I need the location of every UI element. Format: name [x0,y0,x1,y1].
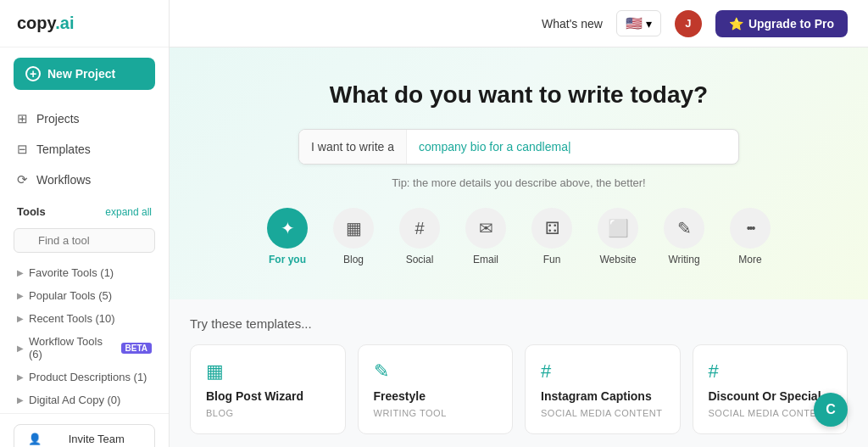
chevron-icon: ▶ [17,395,24,405]
blog-label: Blog [343,254,364,265]
fun-icon: ⚃ [531,208,572,249]
template-name-instagram: Instagram Captions [541,389,665,403]
search-input[interactable] [14,228,155,253]
templates-grid: ▦ Blog Post Wizard BLOG ✎ Freestyle WRIT… [190,344,848,434]
website-icon: ⬜ [598,208,638,249]
social-label: Social [406,254,434,265]
category-website[interactable]: ⬜ Website [597,208,639,265]
topbar: What's new 🇺🇸 ▾ J ⭐ Upgrade to Pro [170,0,868,47]
sidebar-item-templates[interactable]: ⊟ Templates [0,134,169,165]
new-project-label: New Project [47,67,115,81]
whats-new-link[interactable]: What's new [542,17,603,31]
email-icon: ✉ [465,208,506,249]
upgrade-button[interactable]: ⭐ Upgrade to Pro [715,10,848,37]
tip-text: Tip: the more details you describe above… [186,176,851,189]
hero-title: What do you want to write today? [186,81,851,109]
template-card-freestyle[interactable]: ✎ Freestyle WRITING TOOL [358,344,514,434]
blog-icon: ▦ [333,208,374,249]
sidebar: copy.ai + New Project ⊞ Projects ⊟ Templ… [0,0,170,447]
hero-section: What do you want to write today? I want … [170,47,868,299]
invite-team-button[interactable]: 👤+ Invite Team Members [14,424,155,447]
chat-label: C [826,402,836,417]
projects-icon: ⊞ [17,111,28,126]
tool-group-product-label: Product Descriptions (1) [29,371,147,383]
flag-icon: 🇺🇸 [626,15,643,31]
workflows-icon: ⟳ [17,172,28,187]
upgrade-label: Upgrade to Pro [748,17,834,31]
template-tag-blog: BLOG [206,408,330,418]
categories-row: ✦ For you ▦ Blog # Social ✉ Email ⚃ [186,208,851,274]
category-for-you[interactable]: ✦ For you [266,208,309,265]
tool-group-digital[interactable]: ▶ Digital Ad Copy (0) [0,388,169,411]
tool-group-popular-label: Popular Tools (5) [29,289,112,302]
chevron-icon: ▶ [17,314,24,323]
tool-group-favorite-label: Favorite Tools (1) [29,266,114,279]
category-social[interactable]: # Social [398,208,441,265]
category-email[interactable]: ✉ Email [465,208,507,265]
user-initials: J [685,17,691,30]
chevron-icon: ▶ [17,372,24,382]
logo-area: copy.ai [0,0,169,47]
dropdown-chevron-icon: ▾ [646,17,652,31]
star-icon: ⭐ [729,17,743,31]
tool-groups: ▶ Favorite Tools (1) ▶ Popular Tools (5)… [0,260,169,413]
website-label: Website [599,254,636,265]
expand-all-link[interactable]: expand all [105,206,152,218]
chevron-icon: ▶ [17,291,24,300]
tool-group-digital-label: Digital Ad Copy (0) [29,394,120,406]
new-project-button[interactable]: + New Project [14,58,155,90]
template-card-instagram[interactable]: # Instagram Captions SOCIAL MEDIA CONTEN… [525,344,681,434]
category-blog[interactable]: ▦ Blog [332,208,375,265]
tools-label: Tools [17,205,46,218]
chat-bubble[interactable]: C [814,393,848,427]
templates-icon: ⊟ [17,142,28,157]
beta-badge: BETA [121,343,152,354]
fun-label: Fun [543,254,561,265]
category-writing[interactable]: ✎ Writing [663,208,705,265]
templates-label: Templates [36,142,91,156]
write-label: I want to write a [299,130,407,164]
tool-group-popular[interactable]: ▶ Popular Tools (5) [0,284,169,307]
write-input-row: I want to write a [298,129,739,165]
plus-circle-icon: + [25,66,41,81]
language-dropdown[interactable]: 🇺🇸 ▾ [616,10,661,36]
user-avatar[interactable]: J [675,10,702,37]
blog-post-wizard-icon: ▦ [206,360,330,383]
projects-label: Projects [36,112,80,126]
sidebar-nav: ⊞ Projects ⊟ Templates ⟳ Workflows [0,100,169,198]
sidebar-item-workflows[interactable]: ⟳ Workflows [0,165,169,195]
templates-heading: Try these templates... [190,316,848,331]
tool-group-workflow-label: Workflow Tools (6) [29,335,113,360]
tool-group-recent-label: Recent Tools (10) [29,312,115,325]
for-you-icon: ✦ [267,208,308,249]
chevron-icon: ▶ [17,344,24,353]
more-icon: ••• [730,208,771,249]
template-name-discount: Discount Or Special... [709,389,832,403]
template-name-freestyle: Freestyle [374,389,498,403]
sidebar-bottom: 👤+ Invite Team Members JW Justin's Works… [0,413,169,447]
tool-group-favorite[interactable]: ▶ Favorite Tools (1) [0,261,169,284]
freestyle-icon: ✎ [374,360,498,383]
tool-group-workflow[interactable]: ▶ Workflow Tools (6) BETA [0,330,169,366]
invite-icon: 👤+ [26,433,44,447]
email-label: Email [473,254,498,265]
discount-icon: # [709,360,832,383]
writing-icon: ✎ [664,208,704,249]
invite-label: Invite Team Members [51,433,142,447]
tool-group-product[interactable]: ▶ Product Descriptions (1) [0,366,169,388]
category-more[interactable]: ••• More [729,208,771,265]
workflows-label: Workflows [36,173,91,187]
for-you-label: For you [269,254,306,265]
template-tag-freestyle: WRITING TOOL [374,408,498,418]
main-content: What's new 🇺🇸 ▾ J ⭐ Upgrade to Pro What … [170,0,868,447]
sidebar-item-projects[interactable]: ⊞ Projects [0,103,169,134]
template-name-blog: Blog Post Wizard [206,389,330,403]
templates-section: Try these templates... ▦ Blog Post Wizar… [170,299,868,447]
more-label: More [738,254,761,265]
write-input[interactable] [407,130,738,164]
category-fun[interactable]: ⚃ Fun [531,208,573,265]
social-icon: # [399,208,440,249]
instagram-icon: # [541,360,665,383]
template-card-blog-post-wizard[interactable]: ▦ Blog Post Wizard BLOG [190,344,346,434]
tool-group-recent[interactable]: ▶ Recent Tools (10) [0,307,169,330]
